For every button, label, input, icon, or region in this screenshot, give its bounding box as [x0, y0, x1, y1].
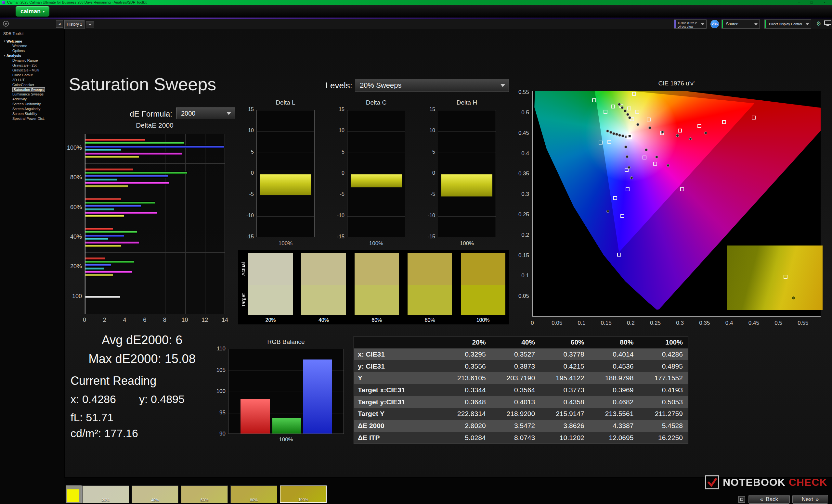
sidebar-item-label: Screen Uniformity [12, 102, 41, 106]
cie-ytick-label: 0.1 [512, 273, 529, 279]
swatch-label: 80% [408, 317, 452, 323]
cie-measurement-dot [628, 166, 630, 169]
sidebar-item-3d-lut[interactable]: 3D LUT [0, 77, 64, 82]
tab-history-1[interactable]: History 1 [64, 20, 84, 29]
avg-de2000-value: Avg dE2000: 6 [71, 333, 213, 347]
sidebar-item-grayscale-2pt[interactable]: Grayscale - 2pt [0, 63, 64, 68]
sidebar-item-label: Grayscale - Multi [12, 68, 39, 72]
sidebar-item-saturation-sweeps[interactable]: Saturation Sweeps [0, 87, 64, 92]
deltaE-bar-cyan [85, 208, 114, 211]
table-cell: 211.2759 [639, 410, 688, 418]
cie-ytick-label: 0.45 [512, 130, 529, 136]
meter-dropdown[interactable]: X-Rite i1Pro 2 Direct View [674, 20, 706, 29]
sidebar-item-grayscale-multi[interactable]: Grayscale - Multi [0, 67, 64, 73]
thumbnail-label: 20% [82, 498, 129, 502]
ytick-label: -15 [239, 234, 254, 240]
thumbnail-label: 40% [132, 498, 178, 502]
deltaE-bar-blue [85, 264, 111, 267]
table-cell: 215.9147 [540, 410, 590, 418]
next-button[interactable]: Next » [792, 495, 828, 504]
table-cell: 0.3295 [442, 351, 491, 358]
rgb-ytick-label: 100 [209, 388, 226, 395]
table-row-target-x-cie31: Target x:CIE310.33440.35640.37730.39690.… [354, 384, 688, 396]
sidebar-item-additivity[interactable]: Additivity [0, 97, 64, 102]
display-icon-screen [824, 21, 831, 25]
calman-menu-button[interactable]: calman ▾ [16, 6, 49, 17]
thumbnail-40[interactable]: 40% [132, 485, 178, 503]
notebookcheck-watermark: NOTEBOOKCHECK [705, 475, 828, 490]
dot-icon [5, 23, 7, 25]
cie-measurement-dot [645, 148, 648, 151]
gear-icon[interactable]: ⚙ [814, 20, 823, 28]
chart-delta-c [347, 110, 405, 237]
cie-measurement-dot [609, 131, 612, 134]
back-button[interactable]: « Back [749, 495, 790, 504]
cie-measurement-dot [606, 130, 609, 133]
thumbnail-label: 80% [231, 498, 277, 502]
titlebar: Calman 2025 Calman Ultimate for Business… [0, 0, 832, 5]
close-button[interactable]: × [819, 0, 830, 5]
ytick-label: 0 [330, 170, 344, 176]
cie-measurement-dot [676, 134, 679, 137]
deltaE-bar-blue [85, 205, 141, 207]
sidebar-item-screen-uniformity[interactable]: Screen Uniformity [0, 102, 64, 107]
sidebar-item-screen-angularity[interactable]: Screen Angularity [0, 107, 64, 111]
display-icon[interactable] [824, 21, 831, 27]
xlabel-delta-c: 100% [347, 240, 405, 247]
cie-target-square [698, 124, 701, 128]
chevron-down-icon [754, 23, 758, 25]
sidebar-item-analysis[interactable]: ▾Analysis [0, 53, 64, 58]
cie-xtick-label: 0.25 [646, 320, 665, 326]
sidebar-item-dynamic-range[interactable]: Dynamic Range [0, 58, 64, 63]
table-header-cell: 80% [590, 338, 639, 346]
thumbnail-20[interactable]: 20% [82, 485, 129, 503]
rgb-ytick-label: 105 [209, 367, 226, 373]
sidebar-item-welcome[interactable]: Welcome [0, 44, 64, 48]
deltaE-bar-yellow [85, 156, 139, 158]
meter-count-badge[interactable]: 236 [710, 20, 719, 28]
sidebar-item-colorchecker[interactable]: ColorChecker [0, 82, 64, 87]
deltaE-bar-red [85, 168, 133, 171]
cie-measurement-dot [628, 116, 631, 119]
ytick-label: -5 [330, 191, 344, 197]
thumbnail-80[interactable]: 80% [230, 485, 277, 503]
table-cell: 195.4122 [540, 374, 590, 382]
table-header-cell: 20% [442, 338, 491, 346]
sidebar-item-welcome[interactable]: ▾Welcome [0, 39, 64, 44]
measurement-table: 20%40%60%80%100%x: CIE310.32950.35270.37… [354, 336, 688, 444]
sidebar-item-options[interactable]: Options [0, 48, 64, 53]
thumbnail-60[interactable]: 60% [181, 485, 228, 503]
sidebar-collapse-button[interactable]: ◀ [56, 21, 63, 28]
swatch-actual-100 [461, 253, 505, 285]
table-row-label: ΔE 2000 [354, 422, 442, 430]
deltaE-gridline [145, 134, 145, 314]
deltaE-bar-cyan [85, 267, 104, 270]
thumbnail-current-patch[interactable] [66, 485, 82, 503]
thumbnail-100[interactable]: 100% [280, 485, 327, 503]
table-cell: 0.3969 [590, 386, 639, 394]
deltaE-bar-magenta [85, 212, 157, 214]
swatch-actual-60 [355, 253, 399, 285]
delta-bar [441, 174, 493, 197]
deltaE-xtick-label: 8 [158, 317, 171, 324]
minimize-button[interactable]: – [794, 0, 805, 5]
tabbar [0, 19, 832, 29]
source-dropdown[interactable]: Source [722, 20, 760, 29]
add-tab-button[interactable]: + [86, 22, 94, 28]
sidebar-item-spectral-power-dist[interactable]: Spectral Power Dist. [0, 116, 64, 121]
table-row-label: Target x:CIE31 [354, 386, 442, 394]
sidebar-item-color-gamut[interactable]: Color Gamut [0, 73, 64, 77]
table-row-label: ΔE ITP [354, 434, 442, 442]
levels-dropdown[interactable]: 20% Sweeps [355, 79, 509, 92]
sidebar-item-luminance-sweeps[interactable]: Luminance Sweeps [0, 92, 64, 97]
panel-toggle-icon[interactable] [3, 21, 9, 27]
table-cell: 16.2250 [639, 434, 688, 442]
deltaE-bar-red [85, 139, 145, 141]
de-formula-dropdown[interactable]: 2000 [176, 108, 235, 119]
display-control-dropdown[interactable]: Direct Display Control [764, 20, 811, 29]
sidebar-item-screen-stability[interactable]: Screen Stability [0, 111, 64, 116]
nav-stop-icon[interactable] [738, 496, 745, 503]
maximize-button[interactable]: □ [806, 0, 817, 5]
ytick-label: 10 [330, 128, 344, 134]
sidebar-item-label: Welcome [6, 39, 22, 43]
